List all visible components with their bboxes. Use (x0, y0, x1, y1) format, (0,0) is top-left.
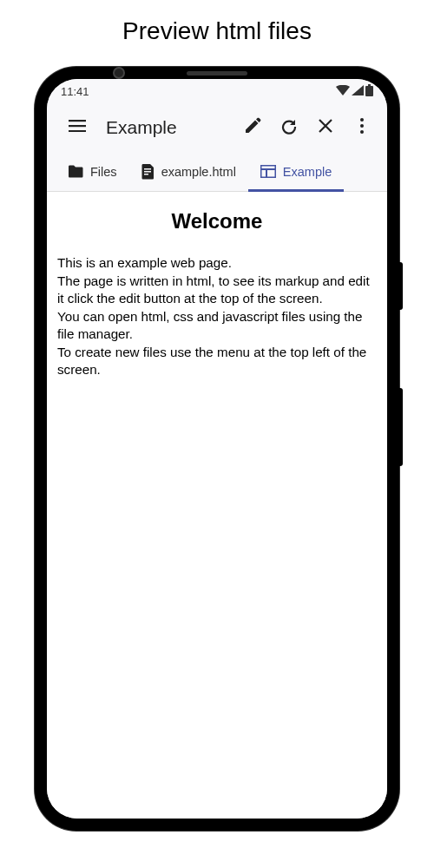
phone-speaker (187, 71, 247, 76)
svg-rect-0 (365, 86, 373, 96)
tab-files[interactable]: Files (56, 152, 129, 191)
svg-rect-9 (144, 171, 151, 173)
tab-label: example.html (161, 165, 236, 179)
svg-point-7 (360, 130, 364, 134)
wifi-icon (336, 85, 350, 98)
web-icon (260, 165, 276, 178)
svg-rect-1 (368, 84, 371, 86)
phone-camera (113, 67, 125, 79)
tab-preview-example[interactable]: Example (248, 152, 344, 191)
content-heading: Welcome (57, 209, 377, 233)
pencil-icon (244, 117, 261, 138)
app-bar: Example (47, 103, 387, 152)
svg-rect-3 (69, 125, 86, 127)
folder-icon (68, 165, 83, 178)
status-bar: 11:41 (47, 79, 387, 103)
phone-frame: 11:41 Example (35, 67, 399, 831)
refresh-icon (280, 117, 298, 138)
content-area: Welcome This is an example web page.The … (47, 192, 387, 819)
more-button[interactable] (344, 109, 380, 146)
svg-rect-2 (69, 120, 86, 122)
file-icon (141, 164, 155, 180)
signal-icon (352, 85, 364, 98)
battery-icon (365, 84, 373, 99)
content-body: This is an example web page.The page is … (57, 254, 377, 379)
tab-file-example-html[interactable]: example.html (129, 152, 248, 191)
phone-side-button (399, 262, 403, 310)
edit-button[interactable] (234, 109, 271, 146)
svg-rect-4 (69, 130, 86, 132)
svg-rect-10 (144, 174, 148, 175)
phone-screen: 11:41 Example (47, 79, 387, 819)
svg-rect-11 (260, 166, 275, 178)
phone-side-button (399, 388, 403, 466)
menu-button[interactable] (59, 109, 95, 146)
svg-point-5 (360, 118, 364, 122)
more-vert-icon (360, 118, 364, 137)
tab-label: Example (283, 165, 332, 179)
tabs: Files example.html Example (47, 152, 387, 192)
page-title: Preview html files (0, 0, 434, 67)
hamburger-icon (69, 120, 86, 135)
tab-label: Files (90, 165, 117, 179)
status-indicators (336, 84, 373, 99)
status-time: 11:41 (61, 85, 89, 98)
close-icon (318, 118, 333, 137)
svg-point-6 (360, 124, 364, 128)
refresh-button[interactable] (271, 109, 307, 146)
action-icons (234, 109, 380, 146)
close-button[interactable] (307, 109, 344, 146)
app-bar-title: Example (106, 117, 234, 138)
svg-rect-8 (144, 168, 151, 170)
